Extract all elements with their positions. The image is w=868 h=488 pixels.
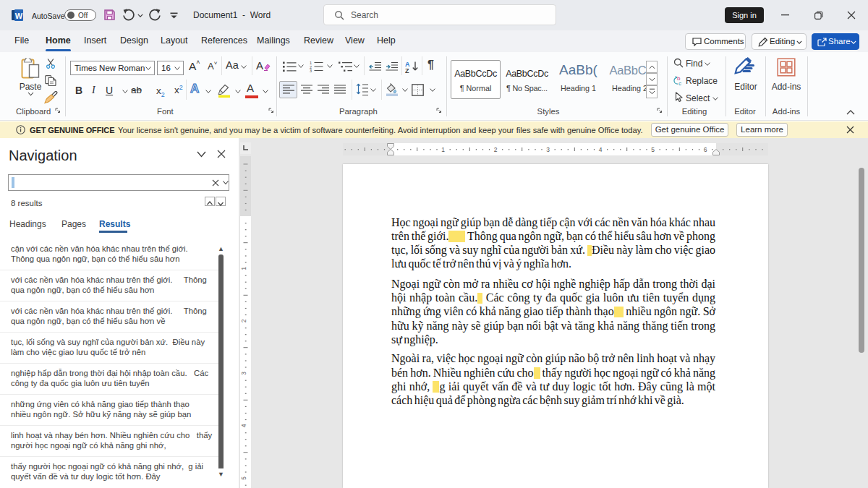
svg-text:3: 3 <box>310 69 312 72</box>
svg-text:4: 4 <box>240 424 247 427</box>
svg-text:1: 1 <box>441 146 445 153</box>
svg-text:W: W <box>15 12 23 20</box>
svg-text:5: 5 <box>651 146 655 153</box>
svg-text:1: 1 <box>240 267 247 270</box>
svg-text:2: 2 <box>494 146 498 153</box>
svg-text:2: 2 <box>240 319 247 322</box>
svg-text:5: 5 <box>240 476 247 480</box>
svg-text:3: 3 <box>240 372 247 375</box>
svg-text:c: c <box>678 80 681 86</box>
svg-text:6: 6 <box>704 146 707 153</box>
svg-text:4: 4 <box>599 146 603 153</box>
svg-text:3: 3 <box>546 146 550 153</box>
svg-text:Z: Z <box>405 67 409 74</box>
